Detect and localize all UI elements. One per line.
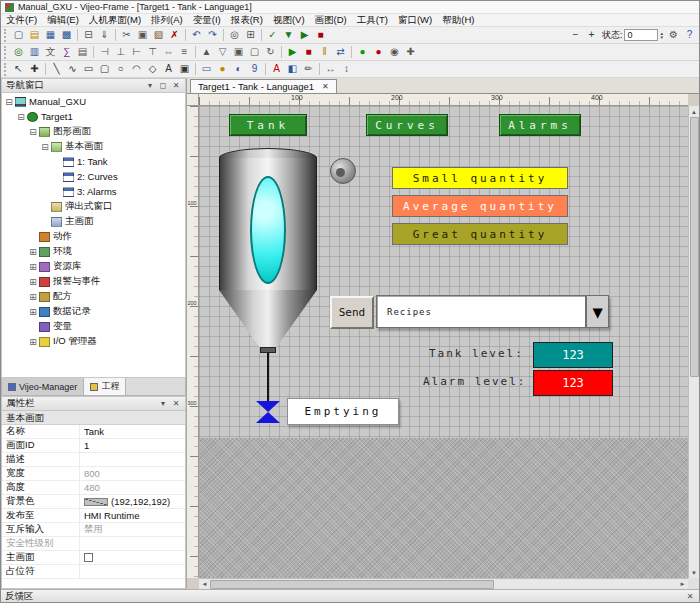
horizontal-scrollbar[interactable]: ◄ ► <box>199 578 688 589</box>
menu-report[interactable]: 报表(R) <box>226 14 268 27</box>
prop-row-placeholder[interactable]: 占位符 <box>2 565 185 579</box>
menu-file[interactable]: 文件(F) <box>1 14 42 27</box>
led-green-icon[interactable]: ● <box>355 45 370 60</box>
zoom-in-icon[interactable]: + <box>584 28 599 43</box>
group-icon[interactable]: ▣ <box>231 45 246 60</box>
prop-row-height[interactable]: 高度480 <box>2 481 185 495</box>
run-icon[interactable]: ▶ <box>285 45 300 60</box>
align-top-icon[interactable]: ⊤ <box>145 45 160 60</box>
select-tool-icon[interactable]: ↖ <box>11 62 26 77</box>
hmi-label-great-quantity[interactable]: Great quantity <box>392 223 568 245</box>
hmi-label-small-quantity[interactable]: Small quantity <box>392 167 568 189</box>
send-button[interactable]: Send <box>330 296 374 329</box>
recipes-dropdown[interactable]: Recipes <box>376 295 586 328</box>
menu-draw[interactable]: 画图(D) <box>310 14 352 27</box>
prop-row-width[interactable]: 宽度800 <box>2 467 185 481</box>
prop-row-screen-id[interactable]: 画面ID1 <box>2 439 185 453</box>
lock-icon[interactable]: ◉ <box>387 45 402 60</box>
polyline-tool-icon[interactable]: ∿ <box>65 62 80 77</box>
status-value-input[interactable]: 0 <box>624 29 658 41</box>
redo-icon[interactable]: ↷ <box>205 28 220 43</box>
expander-icon[interactable]: ⊞ <box>28 247 38 257</box>
prop-row-bg-color[interactable]: 背景色(192,192,192) <box>2 495 185 509</box>
save-all-icon[interactable]: ▩ <box>59 28 74 43</box>
align-right-icon[interactable]: ⊢ <box>129 45 144 60</box>
tree-item-screen-tank[interactable]: 1: Tank <box>2 154 185 169</box>
menu-edit[interactable]: 编辑(E) <box>42 14 84 27</box>
lamp-widget-icon[interactable]: ● <box>215 62 230 77</box>
hmi-button-alarms[interactable]: Alarms <box>499 114 581 136</box>
led-red-icon[interactable]: ● <box>371 45 386 60</box>
panel-menu-icon[interactable]: ▾ <box>158 399 168 408</box>
settings-gear-icon[interactable]: ⚙ <box>666 28 681 43</box>
tab-project[interactable]: 工程 <box>84 378 126 395</box>
panel-close-icon[interactable]: ✕ <box>685 592 695 601</box>
hmi-label-average-quantity[interactable]: Average quantity <box>392 195 568 217</box>
tree-item-io-manager[interactable]: ⊞I/O 管理器 <box>2 334 185 349</box>
open-folder-icon[interactable]: ▤ <box>27 28 42 43</box>
simulate-icon[interactable]: ▶ <box>297 28 312 43</box>
zoom-out-icon[interactable]: − <box>568 28 583 43</box>
report-icon[interactable]: ▤ <box>75 45 90 60</box>
button-widget-icon[interactable]: ▭ <box>199 62 214 77</box>
tank-level-gauge[interactable] <box>250 176 286 284</box>
cut-icon[interactable]: ✂ <box>119 28 134 43</box>
tree-item-screen-alarms[interactable]: 3: Alarms <box>2 184 185 199</box>
tab-close-icon[interactable]: ✕ <box>322 82 329 91</box>
valve-icon[interactable] <box>256 401 280 412</box>
stop-red-icon[interactable]: ■ <box>301 45 316 60</box>
vertical-scrollbar[interactable]: ▲ ▼ <box>688 106 699 578</box>
expander-icon[interactable]: ⊟ <box>40 142 50 152</box>
hmi-button-curves[interactable]: Curves <box>366 114 448 136</box>
pan-tool-icon[interactable]: ✚ <box>27 62 42 77</box>
document-tab[interactable]: Target1 - Tank - Language1 ✕ <box>190 79 337 93</box>
tree-item-variables[interactable]: 变量 <box>2 319 185 334</box>
hscroll-thumb[interactable] <box>210 580 494 589</box>
fill-color-icon[interactable]: ◧ <box>285 62 300 77</box>
expander-icon[interactable]: ⊟ <box>16 112 26 122</box>
toolbar-grip[interactable] <box>4 63 8 76</box>
align-center-icon[interactable]: ⊥ <box>113 45 128 60</box>
distribute-icon[interactable]: ≡ <box>177 45 192 60</box>
rotate-icon[interactable]: ↻ <box>263 45 278 60</box>
paste-icon[interactable]: ▧ <box>151 28 166 43</box>
tree-item-resources[interactable]: ⊞资源库 <box>2 259 185 274</box>
tree-item-actions[interactable]: 动作 <box>2 229 185 244</box>
alarm-level-display[interactable]: 123 <box>533 370 613 396</box>
valve-icon[interactable] <box>256 412 280 423</box>
design-viewport[interactable]: Tank Curves Alarms Small quantity Averag… <box>199 106 688 578</box>
connect-icon[interactable]: ⇄ <box>333 45 348 60</box>
expander-icon[interactable]: ⊞ <box>28 307 38 317</box>
expander-icon[interactable]: ⊞ <box>28 277 38 287</box>
menu-view[interactable]: 视图(V) <box>268 14 310 27</box>
stop-icon[interactable]: ■ <box>313 28 328 43</box>
pause-icon[interactable]: ‖ <box>317 45 332 60</box>
tree-item-master-screens[interactable]: 主画面 <box>2 214 185 229</box>
tree-item-manual-gxu[interactable]: ⊟Manual_GXU <box>2 94 185 109</box>
tree-item-data-logging[interactable]: ⊞数据记录 <box>2 304 185 319</box>
menu-tools[interactable]: 工具(T) <box>352 14 393 27</box>
find-icon[interactable]: ◎ <box>227 28 242 43</box>
tree-item-base-screens[interactable]: ⊟基本画面 <box>2 139 185 154</box>
add-icon[interactable]: ✚ <box>403 45 418 60</box>
target-icon[interactable]: ◎ <box>11 45 26 60</box>
panel-close-icon[interactable]: ✕ <box>171 399 181 408</box>
panel-menu-icon[interactable]: ▾ <box>145 81 155 90</box>
expander-icon[interactable]: ⊟ <box>28 127 38 137</box>
prop-row-security-level[interactable]: 安全性级别 <box>2 537 185 551</box>
help-icon[interactable]: ? <box>682 28 697 43</box>
align-left-icon[interactable]: ⊣ <box>97 45 112 60</box>
validate-icon[interactable]: ✓ <box>265 28 280 43</box>
flip-v-icon[interactable]: ↕ <box>339 62 354 77</box>
flip-h-icon[interactable]: ↔ <box>323 62 338 77</box>
expander-icon[interactable]: ⊟ <box>4 97 14 107</box>
prop-row-master-screen[interactable]: 主画面 <box>2 551 185 565</box>
image-tool-icon[interactable]: ▣ <box>177 62 192 77</box>
text-tool-icon[interactable]: A <box>161 62 176 77</box>
toolbar-grip[interactable] <box>4 46 8 59</box>
new-file-icon[interactable]: ▢ <box>11 28 26 43</box>
tab-vijeo-manager[interactable]: Vijeo-Manager <box>2 378 84 395</box>
download-icon[interactable]: ▼ <box>281 28 296 43</box>
prop-value[interactable]: HMI Runtime <box>80 510 185 521</box>
toolbar-grip[interactable] <box>4 29 8 42</box>
